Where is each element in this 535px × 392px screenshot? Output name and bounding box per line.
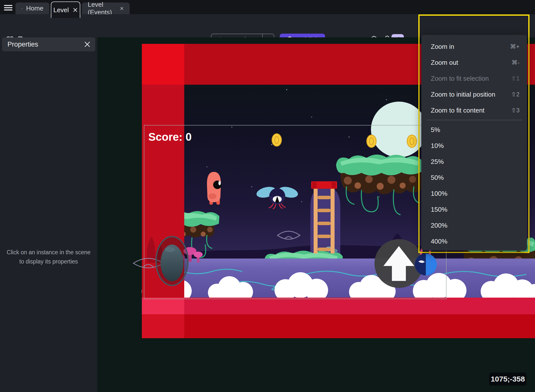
moon[interactable] bbox=[371, 102, 427, 157]
menu-item-zoom-to-initial-position[interactable]: Zoom to initial position ⇧2 bbox=[421, 86, 527, 102]
score-text[interactable]: Score: 0 bbox=[148, 131, 192, 143]
menu-item-zoom-to-fit-content[interactable]: Zoom to fit content ⇧3 bbox=[421, 102, 527, 118]
tab-level[interactable]: Level bbox=[51, 1, 80, 18]
properties-panel: Properties Click on an instance in the s… bbox=[0, 37, 97, 392]
close-icon[interactable] bbox=[120, 6, 124, 11]
menu-item-zoom-in[interactable]: Zoom in ⌘+ bbox=[421, 39, 527, 55]
tab-level-events[interactable]: Level (Events) bbox=[82, 2, 130, 14]
shortcut-hint: ⌘- bbox=[512, 59, 520, 66]
main-menu-button[interactable] bbox=[4, 4, 13, 11]
menu-item-zoom-level-400[interactable]: 400% bbox=[421, 233, 527, 249]
menu-divider bbox=[426, 120, 522, 120]
menu-item-zoom-to-fit-selection[interactable]: Zoom to fit selection ⇧1 bbox=[421, 70, 527, 86]
cursor-coordinates-badge: 1075;-358 bbox=[489, 373, 527, 386]
menu-item-zoom-level-25[interactable]: 25% bbox=[421, 154, 527, 170]
water bbox=[142, 259, 535, 298]
panel-title: Properties bbox=[7, 41, 38, 48]
properties-panel-header: Properties bbox=[2, 37, 95, 51]
menu-item-zoom-level-150[interactable]: 150% bbox=[421, 201, 527, 217]
zoom-dropdown-menu: Zoom in ⌘+ Zoom out ⌘- Zoom to fit selec… bbox=[421, 35, 527, 251]
menu-item-zoom-level-200[interactable]: 200% bbox=[421, 217, 527, 233]
properties-empty-hint: Click on an instance in the scene to dis… bbox=[4, 248, 93, 266]
tab-home[interactable]: Home bbox=[15, 2, 49, 14]
close-icon[interactable] bbox=[73, 7, 78, 12]
home-icon bbox=[21, 5, 23, 12]
player-character[interactable] bbox=[207, 172, 222, 205]
menu-item-zoom-level-50[interactable]: 50% bbox=[421, 170, 527, 186]
menu-item-zoom-level-10[interactable]: 10% bbox=[421, 138, 527, 154]
joystick-control[interactable] bbox=[156, 237, 188, 285]
menu-item-zoom-out[interactable]: Zoom out ⌘- bbox=[421, 55, 527, 70]
app-window: Home Level (Events) Preview bbox=[0, 0, 535, 392]
tab-label: Level (Events) bbox=[88, 1, 116, 16]
tab-label: Home bbox=[26, 4, 43, 12]
shortcut-hint: ⇧2 bbox=[511, 91, 520, 98]
shortcut-hint: ⌘+ bbox=[510, 43, 520, 50]
hamburger-icon bbox=[4, 5, 12, 6]
shortcut-hint: ⇧3 bbox=[511, 107, 520, 114]
menu-item-zoom-level-5[interactable]: 5% bbox=[421, 122, 527, 138]
shortcut-hint: ⇧1 bbox=[511, 75, 520, 82]
tab-label: Level bbox=[53, 6, 69, 14]
close-icon[interactable] bbox=[84, 41, 91, 48]
menu-item-zoom-level-100[interactable]: 100% bbox=[421, 186, 527, 201]
